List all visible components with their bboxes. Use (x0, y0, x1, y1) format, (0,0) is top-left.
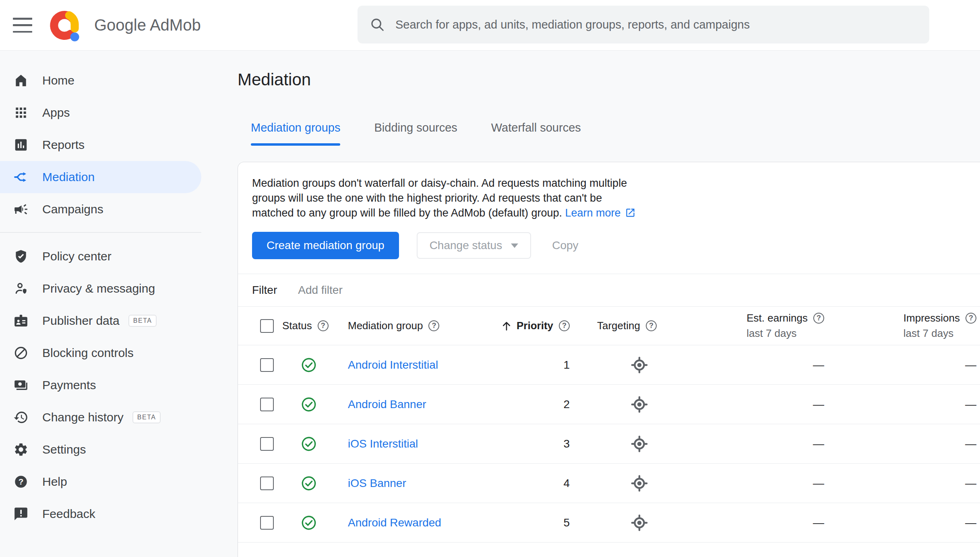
targeting-icon[interactable] (631, 435, 648, 452)
beta-badge: BETA (128, 315, 157, 327)
learn-more-link[interactable]: Learn more (565, 207, 635, 219)
mediation-group-link[interactable]: Android Banner (348, 398, 426, 411)
mediation-description: Mediation groups don't waterfall or dais… (252, 176, 647, 221)
sidebar-item-label: Change history (42, 411, 124, 424)
change-status-button[interactable]: Change status (417, 232, 531, 259)
column-header-priority[interactable]: Priority ? (504, 307, 576, 345)
mediation-group-link[interactable]: iOS Interstitial (348, 437, 418, 450)
svg-text:?: ? (19, 477, 24, 486)
sidebar-item-settings[interactable]: Settings (0, 433, 234, 466)
dropdown-caret-icon (511, 243, 518, 248)
shield-check-icon (13, 249, 29, 264)
sidebar-item-apps[interactable]: Apps (0, 97, 234, 129)
sidebar-item-help[interactable]: ? Help (0, 466, 234, 498)
status-active-icon (300, 435, 317, 452)
table-row: iOS Interstitial 3 — — (238, 424, 980, 464)
impressions-value: — (965, 359, 976, 371)
sidebar-item-campaigns[interactable]: Campaigns (0, 193, 234, 225)
row-checkbox[interactable] (260, 477, 274, 490)
help-circle-icon: ? (13, 474, 29, 489)
priority-value: 5 (563, 516, 570, 529)
impressions-value: — (965, 516, 976, 529)
priority-value: 4 (563, 477, 570, 490)
search-input[interactable] (395, 18, 917, 32)
sidebar-item-privacy-messaging[interactable]: Privacy & messaging (0, 272, 234, 305)
mediation-group-link[interactable]: Android Interstitial (348, 359, 438, 371)
row-checkbox[interactable] (260, 358, 274, 372)
tab-mediation-groups[interactable]: Mediation groups (251, 121, 340, 146)
tab-bar: Mediation groups Bidding sources Waterfa… (238, 121, 980, 146)
sidebar-item-label: Payments (42, 378, 96, 392)
mediation-group-link[interactable]: Android Rewarded (348, 516, 441, 529)
tab-waterfall-sources[interactable]: Waterfall sources (491, 121, 581, 146)
sidebar-item-blocking-controls[interactable]: Blocking controls (0, 337, 234, 369)
est-earnings-value: — (813, 477, 824, 490)
global-search-bar (358, 6, 929, 43)
help-icon[interactable]: ? (559, 320, 570, 331)
table-header-row: Status ? Mediation group ? Priority ? Ta… (238, 307, 980, 345)
sidebar-item-label: Feedback (42, 507, 95, 521)
sidebar: Home Apps Reports Mediation C (0, 51, 234, 557)
column-header-targeting[interactable]: Targeting ? (576, 307, 681, 345)
add-filter-button[interactable]: Add filter (298, 284, 343, 297)
campaigns-megaphone-icon (13, 202, 29, 217)
sidebar-item-mediation[interactable]: Mediation (0, 161, 201, 193)
sidebar-item-label: Campaigns (42, 202, 103, 216)
row-checkbox[interactable] (260, 398, 274, 411)
est-earnings-value: — (813, 516, 824, 529)
sidebar-item-label: Reports (42, 138, 85, 152)
row-checkbox[interactable] (260, 437, 274, 451)
tab-bidding-sources[interactable]: Bidding sources (374, 121, 457, 146)
sidebar-item-label: Blocking controls (42, 346, 134, 360)
sidebar-item-reports[interactable]: Reports (0, 129, 234, 161)
change-status-label: Change status (430, 239, 502, 252)
help-icon[interactable]: ? (646, 320, 657, 331)
copy-button[interactable]: Copy (550, 239, 581, 252)
help-icon[interactable]: ? (966, 313, 976, 324)
top-app-bar: Google AdMob (0, 0, 980, 51)
admob-logo[interactable] (48, 7, 85, 44)
sidebar-item-label: Home (42, 74, 74, 87)
targeting-icon[interactable] (631, 475, 648, 492)
targeting-icon[interactable] (631, 357, 648, 373)
table-row: Android Rewarded 5 — — (238, 503, 980, 543)
block-icon (13, 345, 29, 361)
sidebar-item-payments[interactable]: Payments (0, 369, 234, 401)
status-active-icon (300, 475, 317, 492)
badge-id-icon (13, 313, 29, 328)
table-row: Android Banner 2 — — (238, 385, 980, 424)
help-icon[interactable]: ? (318, 320, 329, 331)
main-content: Mediation Mediation groups Bidding sourc… (238, 51, 980, 557)
status-active-icon (300, 514, 317, 531)
row-checkbox[interactable] (260, 516, 274, 530)
sort-ascending-icon (500, 320, 513, 332)
sidebar-item-label: Settings (42, 443, 86, 456)
sidebar-item-publisher-data[interactable]: Publisher data BETA (0, 305, 234, 337)
targeting-icon[interactable] (631, 514, 648, 531)
column-header-mediation-group[interactable]: Mediation group ? (348, 307, 504, 345)
sidebar-item-policy-center[interactable]: Policy center (0, 240, 234, 272)
menu-icon[interactable] (13, 18, 32, 33)
create-mediation-group-button[interactable]: Create mediation group (252, 232, 399, 259)
reports-icon (13, 137, 29, 153)
targeting-icon[interactable] (631, 396, 648, 413)
mediation-group-link[interactable]: iOS Banner (348, 477, 406, 490)
sidebar-item-label: Publisher data (42, 314, 120, 328)
column-header-est-earnings[interactable]: Est. earnings ? last 7 days (681, 307, 824, 345)
gear-icon (13, 442, 29, 457)
help-icon[interactable]: ? (428, 320, 439, 331)
column-subheader: last 7 days (904, 327, 976, 340)
sidebar-item-feedback[interactable]: Feedback (0, 498, 234, 530)
mediation-icon (13, 169, 29, 185)
search-icon (370, 17, 385, 32)
sidebar-item-change-history[interactable]: Change history BETA (0, 401, 234, 433)
help-icon[interactable]: ? (813, 313, 824, 324)
sidebar-item-home[interactable]: Home (0, 64, 234, 97)
select-all-checkbox[interactable] (260, 319, 274, 333)
est-earnings-value: — (813, 359, 824, 371)
external-link-icon (625, 207, 636, 218)
column-header-impressions[interactable]: Impressions ? last 7 days (824, 307, 976, 345)
history-clock-icon (13, 410, 29, 425)
column-header-status[interactable]: Status ? (282, 307, 348, 345)
brand-title: Google AdMob (94, 16, 201, 34)
